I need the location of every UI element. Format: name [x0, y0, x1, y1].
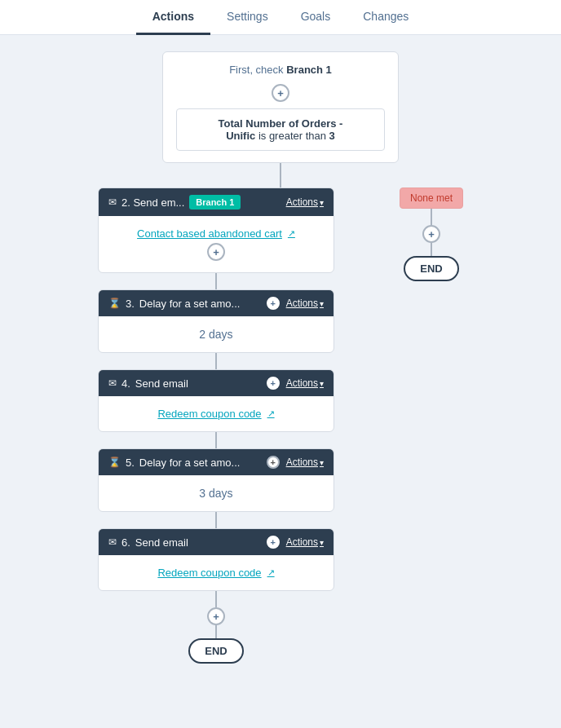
tab-changes[interactable]: Changes	[347, 0, 425, 35]
c6	[215, 625, 217, 638]
tab-settings[interactable]: Settings	[210, 0, 285, 35]
step6-number: 6.	[121, 536, 130, 549]
step5-value: 3 days	[199, 487, 232, 500]
step4-email-icon: ✉	[108, 377, 117, 389]
none-met-end: END	[404, 256, 458, 281]
step6-email-icon: ✉	[108, 536, 117, 548]
end-bubble: END	[188, 638, 243, 664]
email-icon: ✉	[108, 196, 117, 208]
step4-actions-button[interactable]: Actions	[286, 377, 324, 389]
workflow-canvas: First, check Branch 1 + Total Number of …	[0, 35, 561, 696]
step2-card: ✉ 2. Send em... Branch 1 Actions Contact…	[98, 188, 334, 273]
condition-operator: is greater than	[258, 130, 329, 142]
step4-link[interactable]: Redeem coupon code	[157, 408, 274, 420]
tab-goals[interactable]: Goals	[285, 0, 347, 35]
step5-plus[interactable]: +	[267, 456, 280, 469]
step4-plus[interactable]: +	[267, 377, 280, 390]
add-condition-button[interactable]: +	[272, 84, 289, 102]
step3-number: 3.	[126, 298, 135, 310]
step6-body: Redeem coupon code	[99, 555, 334, 590]
step6-header: ✉ 6. Send email + Actions	[99, 529, 334, 555]
step5-card: ⌛ 5. Delay for a set amo... + Actions 3 …	[98, 448, 334, 512]
step4-body: Redeem coupon code	[99, 396, 334, 431]
branch-left: ✉ 2. Send em... Branch 1 Actions Contact…	[98, 188, 334, 664]
c2	[215, 353, 217, 369]
c5	[215, 591, 217, 607]
step5-label: Delay for a set amo...	[139, 457, 241, 469]
step6-actions-button[interactable]: Actions	[286, 536, 324, 548]
step6-plus[interactable]: +	[267, 536, 280, 549]
step3-actions-button[interactable]: Actions	[286, 298, 324, 309]
branch-right: None met + END	[400, 188, 463, 281]
check-branch-intro: First, check Branch 1	[176, 64, 385, 76]
step3-label: Delay for a set amo...	[139, 298, 241, 310]
c3	[215, 432, 217, 448]
cr2	[431, 243, 432, 256]
step4-card: ✉ 4. Send email + Actions Redeem coupon …	[98, 369, 334, 432]
step4-label: Send email	[135, 377, 188, 390]
condition-value: 3	[329, 130, 335, 142]
step5-header: ⌛ 5. Delay for a set amo... + Actions	[99, 449, 334, 475]
step3-card: ⌛ 3. Delay for a set amo... + Actions 2 …	[98, 289, 334, 353]
step2-header: ✉ 2. Send em... Branch 1 Actions	[99, 188, 334, 216]
step3-plus[interactable]: +	[267, 297, 280, 310]
step4-number: 4.	[121, 377, 130, 390]
step4-header: ✉ 4. Send email + Actions	[99, 370, 334, 396]
connector-line	[280, 163, 281, 188]
step3-body: 2 days	[99, 316, 334, 352]
step6-link[interactable]: Redeem coupon code	[157, 567, 274, 579]
c1	[215, 273, 217, 289]
condition-box: Total Number of Orders - Unific is great…	[176, 108, 385, 151]
tab-bar: Actions Settings Goals Changes	[0, 0, 561, 35]
tab-actions[interactable]: Actions	[136, 0, 210, 35]
final-add-button[interactable]: +	[207, 607, 225, 625]
none-met-badge: None met	[400, 188, 463, 209]
branch-row: ✉ 2. Send em... Branch 1 Actions Contact…	[16, 188, 545, 664]
cr1	[431, 209, 432, 225]
step2-actions-button[interactable]: Actions	[286, 196, 324, 208]
step5-number: 5.	[126, 457, 135, 469]
step5-body: 3 days	[99, 475, 334, 511]
branch-tag: Branch 1	[189, 195, 241, 210]
c4	[215, 512, 217, 528]
branch-name: Branch 1	[286, 64, 332, 76]
step6-label: Send email	[135, 536, 188, 549]
step2-body: Contact based abandoned cart +	[99, 216, 334, 272]
none-met-plus[interactable]: +	[422, 225, 440, 243]
check-branch-card: First, check Branch 1 + Total Number of …	[162, 51, 399, 163]
step3-value: 2 days	[199, 328, 232, 341]
step2-label: 2. Send em...	[121, 196, 184, 209]
step3-header: ⌛ 3. Delay for a set amo... + Actions	[99, 290, 334, 316]
step2-add-button[interactable]: +	[207, 243, 225, 261]
step6-card: ✉ 6. Send email + Actions Redeem coupon …	[98, 528, 334, 591]
email-link[interactable]: Contact based abandoned cart	[137, 227, 295, 240]
step5-delay-icon: ⌛	[108, 457, 121, 468]
delay-icon: ⌛	[108, 298, 121, 309]
step5-actions-button[interactable]: Actions	[286, 457, 324, 468]
